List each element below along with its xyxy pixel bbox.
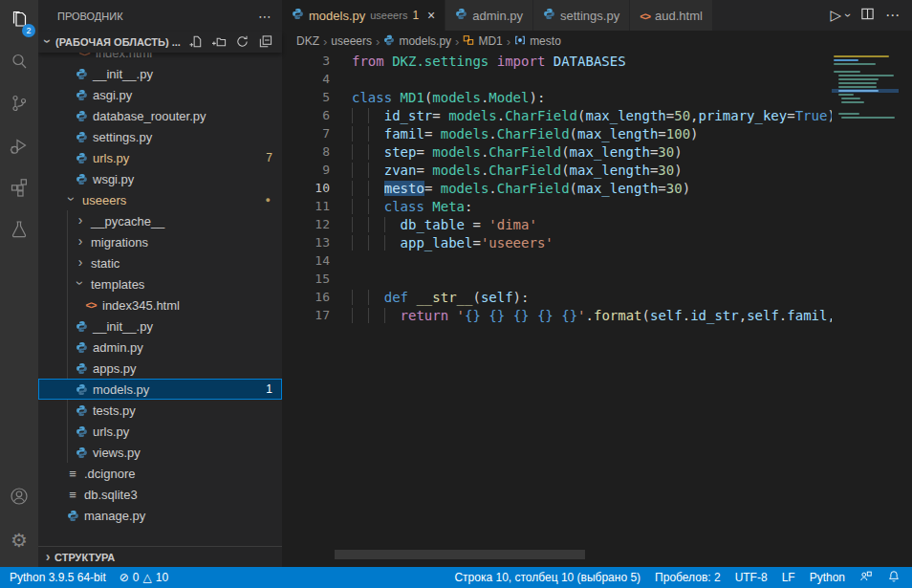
horizontal-scrollbar[interactable] — [335, 550, 585, 559]
outline-section-header[interactable]: › СТРУКТУРА — [38, 546, 282, 567]
code-line-text: db_table = 'dima' — [330, 217, 537, 232]
activity-search-button[interactable] — [0, 42, 38, 84]
feedback-button[interactable] — [859, 570, 873, 586]
tab-label: admin.py — [472, 9, 523, 23]
code-token: {} — [561, 308, 577, 323]
status-problems[interactable]: ⊘0△10 — [119, 571, 168, 584]
tree-item[interactable]: settings.py — [38, 126, 282, 147]
code-token: = — [658, 181, 665, 196]
code-line: 8 step= models.CharField(max_length=30) — [282, 142, 832, 161]
python-icon — [74, 424, 89, 439]
tree-item[interactable]: urls.py — [38, 421, 282, 442]
python-icon — [292, 8, 304, 23]
code-token: 50 — [674, 108, 690, 123]
breadcrumb-item-models.py[interactable]: models.py — [383, 34, 451, 49]
code-token: , — [827, 308, 832, 323]
tree-item[interactable]: <>index.html — [38, 53, 282, 63]
tree-item[interactable]: ›useeers● — [38, 189, 282, 210]
workspace-section-header[interactable]: › (РАБОЧАЯ ОБЛАСТЬ) ... — [38, 32, 282, 53]
status-python-version[interactable]: Python 3.9.5 64-bit — [10, 571, 106, 584]
minimap-line — [841, 117, 895, 119]
chevron-down-icon[interactable]: › — [841, 13, 855, 17]
tree-item[interactable]: manage.py — [38, 505, 282, 525]
breadcrumb-item-useeers[interactable]: useeers — [331, 34, 372, 48]
code-editor[interactable]: 3from DKZ.settings import DATABASES45cla… — [282, 52, 832, 567]
tree-item-label: index345.html — [102, 298, 180, 313]
tree-item[interactable]: asgi.py — [38, 84, 282, 105]
status-indentation[interactable]: Пробелов: 2 — [655, 571, 721, 584]
tab-aud.html[interactable]: <>aud.html — [630, 0, 713, 31]
activity-source-control-button[interactable] — [0, 84, 38, 126]
indent-guide — [368, 290, 369, 305]
tree-item[interactable]: urls.py7 — [38, 147, 282, 168]
breadcrumb-label: DKZ — [296, 34, 319, 48]
error-icon: ⊘ — [119, 571, 129, 584]
line-number: 5 — [282, 90, 330, 104]
activity-run-debug-button[interactable] — [0, 126, 38, 168]
status-encoding[interactable]: UTF-8 — [735, 571, 768, 584]
tree-item[interactable]: views.py — [38, 442, 282, 463]
tree-item[interactable]: database_roouter.py — [38, 105, 282, 126]
run-python-file-button[interactable]: ▷ — [830, 7, 841, 24]
activity-extensions-button[interactable] — [0, 168, 38, 210]
tree-item-label: urls.py — [93, 151, 129, 165]
split-editor-button[interactable] — [860, 7, 875, 25]
tree-item[interactable]: tests.py — [38, 400, 282, 421]
tree-item[interactable]: ›migrations — [38, 231, 282, 252]
notifications-bell-button[interactable] — [887, 570, 901, 586]
tree-item[interactable]: ›templates — [38, 273, 282, 294]
chevron-down-icon: › — [41, 34, 54, 48]
activity-explorer-button[interactable]: 2 — [0, 0, 38, 42]
breadcrumb-item-DKZ[interactable]: DKZ — [296, 34, 319, 48]
python-icon — [74, 171, 89, 186]
indent-guide — [368, 308, 369, 323]
code-token: , — [739, 308, 747, 323]
line-number: 12 — [282, 217, 330, 231]
error-count: 0 — [133, 571, 140, 584]
close-icon[interactable]: × — [427, 8, 435, 23]
more-actions-button[interactable]: ⋯ — [885, 7, 901, 24]
tree-item[interactable]: ›__pycache__ — [38, 210, 282, 231]
status-language-mode[interactable]: Python — [810, 571, 845, 584]
explorer-more-button[interactable]: ⋯ — [258, 9, 272, 24]
minimap-line — [841, 101, 864, 103]
activity-testing-button[interactable] — [0, 210, 38, 252]
status-eol[interactable]: LF — [782, 571, 795, 584]
indent-guide — [352, 235, 353, 250]
activity-bar: 2 ⚙ — [0, 0, 38, 567]
code-token — [529, 308, 536, 323]
tree-item[interactable]: ›static — [38, 252, 282, 273]
code-token: id_str — [384, 108, 433, 123]
tree-item[interactable]: wsgi.py — [38, 168, 282, 189]
tab-settings.py[interactable]: settings.py — [533, 0, 630, 31]
refresh-button[interactable] — [235, 34, 250, 51]
tree-item[interactable]: <>index345.html — [38, 294, 282, 316]
tree-item[interactable]: __init__.py — [38, 63, 282, 84]
code-token: = — [424, 181, 441, 196]
tree-item[interactable]: apps.py — [38, 358, 282, 379]
python-icon — [74, 318, 89, 334]
tree-item[interactable]: __init__.py — [38, 316, 282, 337]
tree-item[interactable]: admin.py — [38, 337, 282, 358]
tree-item[interactable]: ≡.dcignore — [38, 463, 282, 484]
code-token: ): — [529, 90, 545, 105]
new-file-button[interactable] — [189, 34, 204, 51]
breadcrumb-item-MD1[interactable]: MD1 — [463, 34, 502, 49]
minimap[interactable] — [832, 52, 899, 166]
activity-settings-gear-button[interactable]: ⚙ — [0, 519, 38, 561]
workspace-section-label: (РАБОЧАЯ ОБЛАСТЬ) ... — [55, 36, 181, 48]
tree-item[interactable]: ≡db.sqlite3 — [38, 484, 282, 505]
code-token: {} — [465, 308, 481, 323]
activity-account-button[interactable] — [0, 477, 38, 519]
tab-admin.py[interactable]: admin.py — [445, 0, 533, 31]
collapse-all-button[interactable] — [258, 34, 272, 51]
indent-guide — [384, 308, 385, 323]
breadcrumb-item-mesto[interactable]: mesto — [514, 34, 561, 49]
code-token: class — [352, 90, 401, 105]
tab-models.py[interactable]: models.pyuseeers1× — [282, 0, 445, 31]
status-cursor-position[interactable]: Строка 10, столбец 10 (выбрано 5) — [454, 571, 641, 584]
code-token — [554, 308, 561, 323]
explorer-header: ПРОВОДНИК ⋯ — [38, 0, 282, 32]
tree-item[interactable]: models.py1 — [38, 379, 282, 400]
new-folder-button[interactable] — [212, 34, 227, 51]
